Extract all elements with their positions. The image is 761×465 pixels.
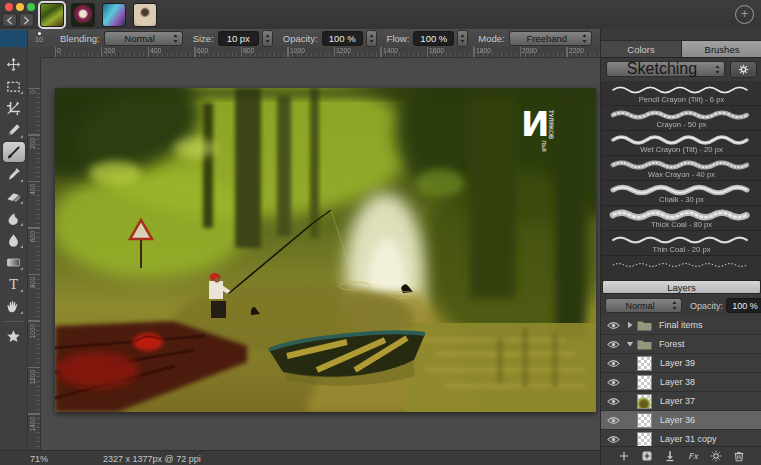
size-stepper[interactable] (262, 30, 273, 47)
zoom-window-button[interactable] (27, 3, 35, 11)
brush-preset-row-item[interactable]: Wax Crayon - 40 px (601, 156, 761, 181)
visibility-eye-icon[interactable] (607, 397, 620, 406)
document-thumbnail-siamese-cat[interactable] (133, 3, 157, 27)
blending-dropdown[interactable]: Normal (104, 31, 183, 46)
svg-text:ТУЛЯКОВ: ТУЛЯКОВ (548, 109, 555, 139)
dropdown-arrows-icon (581, 33, 588, 44)
expand-chevron-icon[interactable] (626, 416, 635, 425)
layers-panel-header[interactable]: Layers (602, 280, 761, 294)
tool-star[interactable] (3, 326, 25, 346)
visibility-eye-icon[interactable] (607, 359, 620, 368)
tab-brushes[interactable]: Brushes (682, 41, 761, 57)
add-group-button[interactable] (640, 449, 654, 463)
h-ruler-label: 1600 (429, 47, 444, 55)
layer-opacity-input[interactable]: 100 % (726, 298, 761, 313)
brush-category-dropdown[interactable]: Sketching (606, 61, 725, 77)
tools-panel: T (0, 47, 28, 450)
new-document-button[interactable]: + (735, 5, 754, 24)
v-ruler-label: 1200 (28, 370, 36, 385)
layer-row[interactable]: Layer 39 (601, 354, 761, 373)
document-thumbnail-forest-painting[interactable] (40, 3, 64, 27)
brush-preset-row-item[interactable]: Pencil Crayon (Tilt) - 6 px (601, 81, 761, 106)
opacity-input[interactable]: 100 % (322, 31, 363, 46)
brush-label: Wet Crayon (Tilt) - 20 px (605, 145, 758, 154)
layer-thumbnail-paint (638, 395, 651, 408)
brush-label: Chalk - 30 px (605, 195, 758, 204)
brush-preset-row-item[interactable]: Crayon - 50 px (601, 106, 761, 131)
history-nav (2, 13, 34, 27)
brush-settings-button[interactable] (730, 61, 757, 78)
layer-thumbnail[interactable] (637, 375, 652, 390)
brush-preset-row-item[interactable] (601, 256, 761, 281)
tool-crop[interactable] (3, 98, 25, 118)
layer-thumbnail[interactable] (637, 432, 652, 447)
layer-row[interactable]: Layer 38 (601, 373, 761, 392)
close-window-button[interactable] (5, 3, 13, 11)
brush-preset-row-item[interactable]: Thin Coal - 20 px (601, 231, 761, 256)
tool-move[interactable] (3, 54, 25, 74)
layer-row[interactable]: Layer 36 (601, 411, 761, 430)
layer-row[interactable]: Forest (601, 335, 761, 354)
tool-blur[interactable] (3, 230, 25, 250)
opacity-stepper[interactable] (366, 30, 377, 47)
flow-stepper[interactable] (457, 30, 468, 47)
active-color-swatch[interactable] (0, 30, 28, 47)
brush-label: Wax Crayon - 40 px (605, 170, 758, 179)
canvas-pasteboard[interactable]: И ТУЛЯКОВ ЛЬЯ (41, 58, 600, 450)
tool-marker[interactable] (3, 164, 25, 184)
tool-eraser[interactable] (3, 186, 25, 206)
h-ruler-label: 800 (243, 47, 254, 55)
tool-brush[interactable] (3, 142, 25, 162)
brush-preset-row-item[interactable]: Thick Coal - 80 px (601, 206, 761, 231)
add-layer-button[interactable] (617, 449, 631, 463)
expand-group-chevron-icon[interactable] (626, 321, 635, 330)
collapse-group-chevron-icon[interactable] (626, 340, 635, 349)
merge-down-button[interactable] (663, 449, 677, 463)
tool-pen[interactable] (3, 120, 25, 140)
delete-layer-button[interactable] (732, 449, 746, 463)
brush-preset-row-item[interactable]: Chalk - 30 px (601, 181, 761, 206)
visibility-eye-icon[interactable] (607, 416, 620, 425)
layer-row[interactable]: Final items (601, 316, 761, 335)
tab-colors[interactable]: Colors (601, 41, 682, 57)
forward-button[interactable] (19, 13, 34, 27)
tool-gradient[interactable] (3, 252, 25, 272)
folder-icon[interactable] (637, 339, 652, 350)
layer-label: Layer 36 (660, 415, 695, 425)
visibility-eye-icon[interactable] (607, 340, 620, 349)
layer-blend-row: Normal Opacity: 100 % (601, 296, 761, 315)
horizontal-ruler: 0200400600800100012001400160018002000220… (28, 47, 600, 58)
visibility-eye-icon[interactable] (607, 435, 620, 444)
canvas-artwork[interactable]: И ТУЛЯКОВ ЛЬЯ (55, 88, 596, 412)
tool-text[interactable]: T (3, 274, 25, 294)
tool-smudge[interactable] (3, 208, 25, 228)
visibility-eye-icon[interactable] (607, 321, 620, 330)
expand-chevron-icon[interactable] (626, 359, 635, 368)
expand-chevron-icon[interactable] (626, 435, 635, 444)
expand-chevron-icon[interactable] (626, 397, 635, 406)
layer-row[interactable]: Layer 37 (601, 392, 761, 411)
brush-preset-row-item[interactable]: Wet Crayon (Tilt) - 20 px (601, 131, 761, 156)
visibility-eye-icon[interactable] (607, 378, 620, 387)
layer-label: Layer 37 (660, 396, 695, 406)
flow-label: Flow: (387, 33, 410, 44)
blend-mode-dropdown[interactable]: Normal (605, 298, 682, 313)
brush-label: Thin Coal - 20 px (605, 245, 758, 254)
back-button[interactable] (2, 13, 17, 27)
layer-effects-button[interactable]: Fx (686, 449, 700, 463)
flow-input[interactable]: 100 % (413, 31, 454, 46)
tool-marquee[interactable] (3, 76, 25, 96)
size-input[interactable]: 10 px (218, 31, 259, 46)
expand-chevron-icon[interactable] (626, 378, 635, 387)
minimize-window-button[interactable] (16, 3, 24, 11)
mode-dropdown[interactable]: Freehand (509, 31, 592, 46)
layer-thumbnail[interactable] (637, 413, 652, 428)
layer-thumbnail[interactable] (637, 394, 652, 409)
document-thumbnail-orchid-photo[interactable] (71, 3, 95, 27)
adjustment-button[interactable] (709, 449, 723, 463)
folder-icon[interactable] (637, 320, 652, 331)
tool-sponge[interactable] (3, 296, 25, 316)
document-thumbnail-blue-abstract[interactable] (102, 3, 126, 27)
layer-thumbnail[interactable] (637, 356, 652, 371)
zoom-level: 71% (30, 454, 48, 464)
